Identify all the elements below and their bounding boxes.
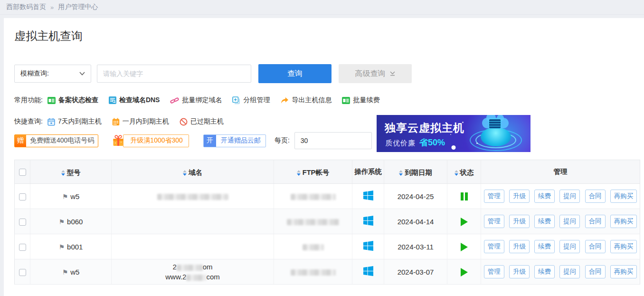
rebuy-button[interactable]: 再购买 [610,240,637,253]
common-functions-row: 常用功能: 备案状态检查 检查域名DNS [14,96,390,105]
row-checkbox[interactable] [19,269,26,276]
promo-400-phone[interactable]: 赠 免费赠送400电话号码 [14,134,98,147]
chevron-down-underline-icon [389,71,396,76]
contract-button[interactable]: 合同 [585,190,606,203]
upgrade-button[interactable]: 升级 [509,215,530,228]
quick-query-row: 快捷查询: 7天内到期主机 一月内到期主 [14,117,234,126]
redacted-domain [186,275,206,281]
expired-hosts-link[interactable]: 已过期主机 [180,117,224,126]
per-page-input[interactable] [294,132,372,149]
calendar-7day-icon [47,118,55,126]
fuzzy-query-select[interactable]: 模糊查询: [14,65,91,83]
renew-button[interactable]: 续费 [534,215,555,228]
sort-icon [455,170,458,176]
export-hosts-link[interactable]: 导出主机信息 [280,96,331,105]
col-header-manage: 管理 [554,167,568,176]
redacted-domain [157,194,228,200]
renew-button[interactable]: 续费 [534,265,555,278]
chevron-down-icon [79,72,85,76]
upgrade-button[interactable]: 升级 [509,240,530,253]
col-header-domain[interactable]: 域名 [183,168,202,177]
select-all-checkbox[interactable] [19,169,26,176]
search-row: 模糊查询: 查询 高级查询 [14,64,412,83]
breadcrumb-current[interactable]: 用户管理中心 [58,3,98,11]
flag-icon: ⚑ [62,193,68,201]
row-checkbox[interactable] [19,219,26,226]
flag-icon: ⚑ [59,243,65,251]
main-panel: 虚拟主机查询 模糊查询: 查询 高级查询 常用功能: [4,18,644,296]
manage-button[interactable]: 管理 [484,215,504,228]
redacted-ftp-account [291,269,336,276]
host-model: w5 [70,268,79,276]
expire-date: 2024-04-25 [398,192,434,201]
status-running-icon [461,268,468,277]
expire-date: 2024-04-14 [398,218,434,226]
dns-check-link[interactable]: 检查域名DNS [109,96,160,105]
manage-button[interactable]: 管理 [484,265,504,278]
icp-status-check-link[interactable]: 备案状态检查 [47,96,98,105]
banner-title: 独享云虚拟主机 [385,121,464,135]
batch-bind-domain-link[interactable]: 批量绑定域名 [170,96,222,105]
ask-button[interactable]: 提问 [559,265,580,278]
col-header-ftp[interactable]: FTP帐号 [297,168,329,177]
redacted-domain [177,265,203,271]
host-model: w5 [70,192,79,201]
renew-button[interactable]: 续费 [534,190,555,203]
col-header-status[interactable]: 状态 [455,168,474,177]
upgrade-button[interactable]: 升级 [509,190,530,203]
manage-button[interactable]: 管理 [484,190,504,203]
table-row: ⚑w5 2om www.2com 2024-03-07 管理 升级 续费 提问 [15,259,640,285]
ask-button[interactable]: 提问 [559,215,580,228]
group-manage-icon [232,96,240,105]
carousel-dot[interactable] [452,145,456,150]
hosts-table: 型号 域名 FTP帐号 操作系统 到期日期 状态 [14,160,640,285]
promo-badge: 赠 [15,135,26,147]
row-checkbox[interactable] [19,244,26,251]
contract-button[interactable]: 合同 [585,240,606,253]
export-hosts-icon [280,97,289,104]
row-checkbox[interactable] [19,193,26,201]
expire-month-link[interactable]: 一月内到期主机 [112,117,169,126]
promo-cloud-mail[interactable]: 开 开通赠品云邮 [203,134,266,147]
promo-banner[interactable]: 独享云虚拟主机 质优价廉 省50% [377,115,530,152]
dns-check-icon [109,96,116,104]
redacted-ftp-account [303,244,324,250]
renew-button[interactable]: 续费 [534,240,555,253]
status-paused-icon [461,192,468,201]
banner-subtitle: 质优价廉 [385,139,416,148]
redacted-ftp-account [287,219,339,225]
breadcrumb-home-link[interactable]: 西部数码首页 [6,3,46,11]
sort-icon [399,170,403,176]
ask-button[interactable]: 提问 [559,190,580,203]
rebuy-button[interactable]: 再购买 [610,265,637,278]
promo-badge: 开 [204,135,216,147]
query-button[interactable]: 查询 [258,64,331,83]
keyword-input[interactable] [97,65,251,83]
host-domains: 2om www.2com [112,259,274,285]
sort-icon [183,170,187,176]
status-running-icon [461,218,468,226]
quick-query-label: 快捷查询: [14,117,43,126]
server-icon [489,119,501,129]
batch-renew-link[interactable]: 批量续费 [342,96,379,105]
contract-button[interactable]: 合同 [585,265,606,278]
expire-date: 2024-03-07 [398,268,434,276]
common-functions-label: 常用功能: [14,96,43,105]
col-header-expire[interactable]: 到期日期 [399,168,432,177]
upgrade-button[interactable]: 升级 [509,265,530,278]
promo-upgrade-save[interactable]: 升级满1000省300 [112,134,189,147]
advanced-query-button[interactable]: 高级查询 [339,64,412,83]
ask-button[interactable]: 提问 [559,240,580,253]
col-header-model[interactable]: 型号 [61,168,81,177]
expire-7day-link[interactable]: 7天内到期主机 [47,117,102,126]
windows-icon [363,241,373,251]
group-manage-link[interactable]: 分组管理 [232,96,270,105]
manage-button[interactable]: 管理 [484,240,504,253]
sort-icon [61,170,65,176]
rebuy-button[interactable]: 再购买 [610,190,637,203]
sort-icon [297,170,301,176]
windows-icon [363,191,373,201]
bind-domain-link-icon [170,97,179,104]
rebuy-button[interactable]: 再购买 [610,215,637,228]
contract-button[interactable]: 合同 [585,215,606,228]
